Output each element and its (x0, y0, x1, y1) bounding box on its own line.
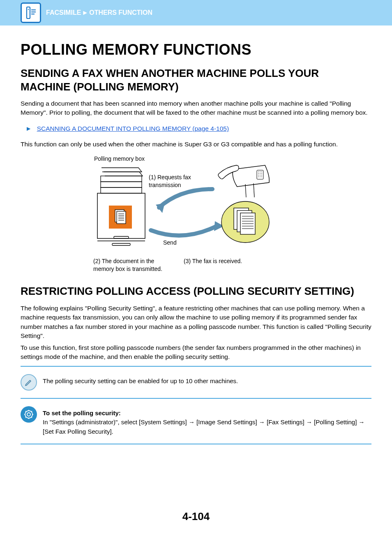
svg-point-21 (258, 172, 259, 173)
cross-reference-link[interactable]: SCANNING A DOCUMENT INTO POLLING MEMORY … (37, 125, 229, 132)
diagram-caption-3: (3) The fax is received. (184, 257, 266, 273)
svg-point-23 (261, 172, 262, 173)
svg-point-25 (260, 173, 261, 174)
svg-rect-4 (101, 176, 142, 182)
intro-paragraph: Sending a document that has been scanned… (21, 99, 371, 118)
svg-point-26 (261, 173, 262, 174)
diagram-caption-2: (2) The document in the memory box is tr… (93, 257, 167, 273)
svg-rect-1 (31, 9, 36, 10)
breadcrumb-sub: OTHERS FUNCTION (89, 9, 152, 16)
svg-line-33 (245, 184, 246, 197)
chevron-right-icon: ► (82, 9, 88, 16)
svg-point-22 (260, 172, 261, 173)
svg-line-53 (25, 417, 26, 418)
note-gear-title: To set the polling security: (43, 409, 121, 416)
svg-point-29 (261, 175, 262, 176)
svg-point-27 (258, 175, 259, 176)
fax-icon (21, 2, 41, 23)
svg-point-32 (261, 177, 262, 178)
page-number: 4-104 (0, 510, 392, 535)
divider (21, 444, 371, 444)
note-gear-text: To set the polling security: In "Setting… (43, 406, 371, 437)
svg-line-52 (31, 417, 32, 418)
fax-machine-icon (217, 164, 278, 247)
restrict-paragraph-2: To use this function, first store pollin… (21, 343, 371, 362)
svg-rect-2 (31, 12, 36, 12)
cross-reference-row: ► SCANNING A DOCUMENT INTO POLLING MEMOR… (25, 125, 371, 132)
memory-box-icon (109, 206, 132, 229)
divider (21, 366, 371, 367)
breadcrumb: FACSIMILE►OTHERS FUNCTION (46, 9, 152, 16)
page-content: POLLING MEMORY FUNCTIONS SENDING A FAX W… (0, 25, 392, 444)
svg-rect-12 (117, 211, 126, 224)
note-pencil: The polling security setting can be enab… (21, 371, 371, 394)
svg-rect-9 (112, 243, 130, 245)
diagram-top-label: Polling memory box (94, 155, 299, 162)
restrict-paragraph-1: The following explains "Polling Security… (21, 304, 371, 341)
diagram-send-label: Send (163, 239, 177, 246)
section-heading-restricting: RESTRICTING POLLING ACCESS (POLLING SECU… (21, 284, 371, 298)
gear-icon (21, 406, 37, 423)
svg-line-34 (254, 183, 254, 197)
compatibility-note: This function can only be used when the … (21, 140, 371, 149)
note-pencil-text: The polling security setting can be enab… (43, 374, 238, 386)
arrow-right-icon: ► (25, 125, 32, 132)
breadcrumb-bar: FACSIMILE►OTHERS FUNCTION (0, 0, 392, 25)
svg-point-0 (28, 9, 29, 10)
svg-line-54 (31, 411, 32, 412)
svg-rect-6 (101, 187, 142, 193)
note-gear-body: In "Settings (administrator)", select [S… (43, 419, 364, 435)
svg-line-51 (25, 411, 26, 412)
svg-point-30 (258, 177, 259, 178)
divider (21, 398, 371, 399)
pencil-icon (21, 374, 37, 391)
breadcrumb-section: FACSIMILE (46, 9, 81, 16)
svg-rect-5 (101, 182, 142, 187)
page-title: POLLING MEMORY FUNCTIONS (21, 41, 371, 58)
note-gear: To set the polling security: In "Setting… (21, 403, 371, 440)
svg-rect-3 (31, 14, 35, 14)
svg-point-28 (260, 175, 261, 176)
section-heading-polling-memory: SENDING A FAX WHEN ANOTHER MACHINE POLLS… (21, 67, 371, 93)
diagram: Polling memory box (93, 155, 299, 273)
svg-point-46 (27, 413, 30, 416)
svg-point-31 (260, 177, 261, 178)
svg-point-24 (258, 173, 259, 174)
